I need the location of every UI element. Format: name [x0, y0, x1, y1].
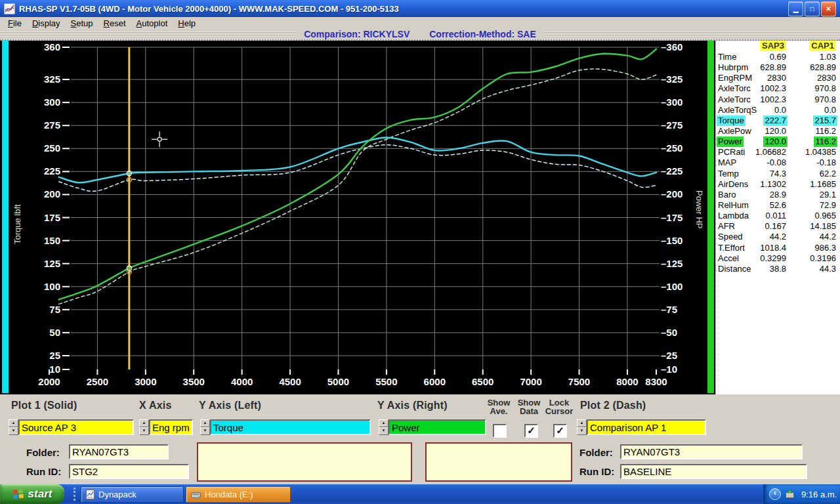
row-value: 72.9	[820, 200, 836, 211]
system-tray: ‹ 9:16 a.m.	[763, 484, 840, 504]
quick-launch-separator[interactable]	[74, 488, 75, 501]
plot1-source-select[interactable]: ▲ ▼ Source AP 3	[9, 419, 134, 435]
row-value: 52.6	[770, 200, 786, 211]
maximize-button[interactable]: □	[805, 1, 820, 16]
spinner-icon[interactable]: ▲ ▼	[139, 419, 149, 435]
minimize-button[interactable]: ▁	[788, 1, 803, 16]
svg-text:275: 275	[44, 119, 60, 131]
spinner-icon[interactable]: ▲ ▼	[379, 419, 388, 435]
svg-text:6500: 6500	[472, 376, 494, 387]
row-label: Torque	[717, 116, 746, 126]
row-label: Temp	[718, 169, 739, 179]
row-label: Time	[718, 52, 736, 62]
menu-item-file[interactable]: File	[3, 18, 27, 28]
spinner-down-icon[interactable]: ▼	[577, 427, 587, 435]
lock-cursor-checkbox[interactable]: ✓	[553, 424, 567, 438]
spinner-up-icon[interactable]: ▲	[200, 419, 210, 427]
yaxis-right-select[interactable]: ▲ ▼ Power	[379, 419, 486, 435]
data-panel-header: SAP3 CAP1	[716, 41, 840, 52]
svg-text:175: 175	[44, 212, 60, 223]
spinner-icon[interactable]: ▲ ▼	[9, 419, 18, 435]
table-row: Temp74.362.2	[716, 169, 840, 179]
table-row: T.Effort1018.4986.3	[716, 243, 840, 253]
yaxis-left-value[interactable]: Torque	[210, 419, 371, 435]
row-value: 44.2	[820, 232, 836, 242]
row-value: 222.7	[763, 116, 788, 126]
row-value: 29.1	[820, 190, 836, 200]
data-panel-rows: Time0.691.03Hubrpm628.89628.89EngRPM2830…	[716, 52, 840, 274]
row-value: 628.89	[760, 62, 786, 73]
show-data-checkbox[interactable]: ✓	[524, 424, 538, 438]
remove-hardware-icon[interactable]	[785, 490, 795, 499]
row-value: 1.04385	[805, 147, 836, 158]
chart-area[interactable]: 360–360325–325300–300275–275250–250225–2…	[0, 41, 715, 394]
menu-item-display[interactable]: Display	[27, 18, 66, 28]
row-label: AxleTorc	[718, 83, 751, 94]
spinner-up-icon[interactable]: ▲	[9, 419, 18, 427]
table-row: AxleTorc1002.3970.8	[716, 83, 840, 94]
xaxis-select[interactable]: ▲ ▼ Eng rpm	[139, 419, 193, 435]
folder-label-left: Folder:	[26, 447, 60, 458]
svg-text:8300: 8300	[645, 376, 667, 387]
close-button[interactable]: ✕	[821, 1, 836, 16]
svg-text:–150: –150	[661, 235, 682, 246]
row-value: 0.0	[824, 105, 836, 116]
folder-input-right[interactable]: RYAN07GT3	[620, 444, 803, 459]
crosshair-icon	[158, 137, 161, 141]
plot2-source-value[interactable]: Comparison AP 1	[587, 419, 706, 435]
notes-box-2[interactable]	[425, 442, 572, 482]
spinner-down-icon[interactable]: ▼	[139, 427, 149, 435]
svg-text:4000: 4000	[231, 376, 253, 387]
dyno-plot[interactable]: 360–360325–325300–300275–275250–250225–2…	[9, 41, 705, 394]
row-value: 0.0	[774, 105, 786, 116]
spinner-down-icon[interactable]: ▼	[200, 427, 210, 435]
yaxis-left-select[interactable]: ▲ ▼ Torque	[200, 419, 371, 435]
row-value: 986.3	[814, 243, 836, 253]
spinner-up-icon[interactable]: ▲	[379, 419, 388, 427]
runid-input-left[interactable]: STG2	[69, 464, 189, 479]
table-row: AxlePow120.0116.2	[716, 126, 840, 136]
show-ave-checkbox[interactable]	[493, 424, 507, 438]
taskbar-item-hondata[interactable]: Hondata (E:)	[186, 486, 291, 503]
svg-text:–50: –50	[661, 327, 677, 338]
svg-text:250: 250	[44, 142, 60, 154]
runid-input-right[interactable]: BASELINE	[620, 464, 807, 479]
spinner-icon[interactable]: ▲ ▼	[577, 419, 587, 435]
table-row: Accel0.32990.3196	[716, 253, 840, 264]
xaxis-value[interactable]: Eng rpm	[149, 419, 193, 435]
menu-item-setup[interactable]: Setup	[66, 18, 98, 28]
row-label: Hubrpm	[718, 62, 748, 73]
series-curve	[59, 69, 656, 304]
spinner-up-icon[interactable]: ▲	[139, 419, 149, 427]
menu-item-reset[interactable]: Reset	[98, 18, 131, 28]
plot2-source-select[interactable]: ▲ ▼ Comparison AP 1	[577, 419, 706, 435]
taskbar-clock: 9:16 a.m.	[801, 490, 837, 499]
tray-chevron-icon[interactable]: ‹	[769, 488, 781, 500]
notes-box-1[interactable]	[197, 442, 412, 482]
start-button[interactable]: start	[0, 484, 64, 504]
taskbar: start Dynapack Hondata (E:) ‹	[0, 484, 840, 504]
menu-item-help[interactable]: Help	[173, 18, 201, 28]
svg-text:100: 100	[44, 281, 60, 292]
spinner-down-icon[interactable]: ▼	[9, 427, 18, 435]
plot2-label: Plot 2 (Dash)	[580, 400, 646, 411]
spinner-icon[interactable]: ▲ ▼	[200, 419, 210, 435]
menu-item-autoplot[interactable]: Autoplot	[131, 18, 173, 28]
table-row: Power120.0116.2	[716, 136, 840, 147]
yaxis-right-label: Y Axis (Right)	[377, 400, 448, 411]
svg-text:–175: –175	[661, 212, 682, 223]
svg-text:–360: –360	[661, 41, 682, 52]
yaxis-right-value[interactable]: Power	[388, 419, 486, 435]
plot1-source-value[interactable]: Source AP 3	[18, 419, 134, 435]
row-value: 1018.4	[760, 243, 786, 253]
row-label: Distance	[718, 264, 751, 274]
table-row: AxleTorc1002.3970.8	[716, 94, 840, 105]
row-label: AxleTorc	[718, 94, 751, 105]
row-value: 74.3	[770, 169, 786, 179]
spinner-down-icon[interactable]: ▼	[379, 427, 388, 435]
svg-text:–200: –200	[661, 188, 682, 200]
taskbar-item-dynapack[interactable]: Dynapack	[81, 486, 184, 503]
svg-text:–25: –25	[661, 350, 677, 361]
spinner-up-icon[interactable]: ▲	[577, 419, 587, 427]
folder-input-left[interactable]: RYAN07GT3	[69, 444, 169, 459]
